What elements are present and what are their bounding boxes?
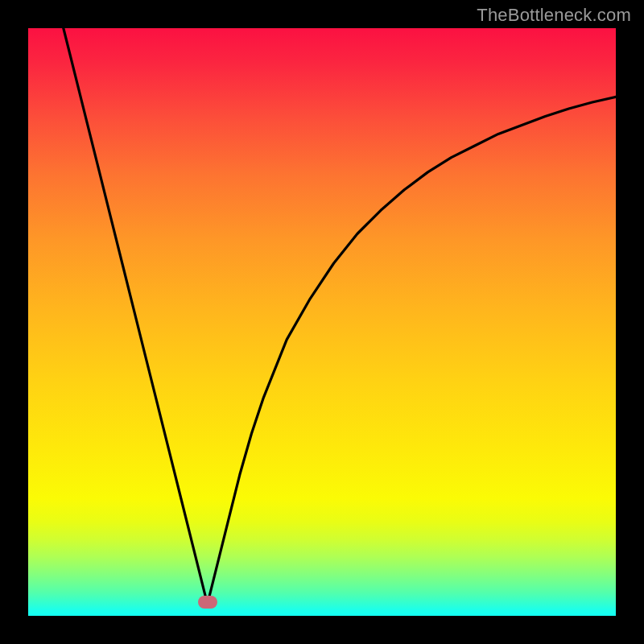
chart-frame: TheBottleneck.com [0, 0, 644, 644]
watermark-text: TheBottleneck.com [477, 5, 631, 26]
bottleneck-curve [28, 28, 616, 616]
optimum-marker [198, 596, 217, 609]
plot-area [28, 28, 616, 616]
